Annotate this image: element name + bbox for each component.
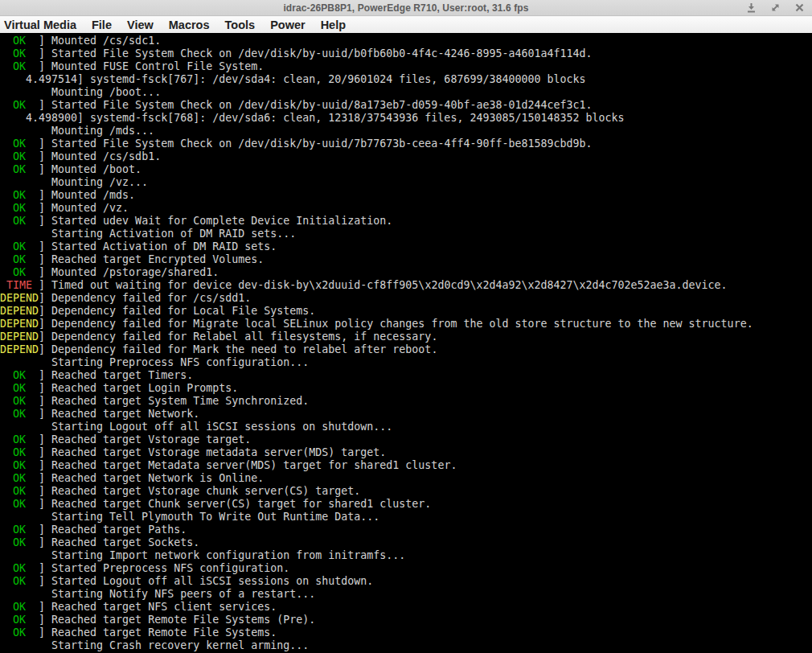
console-line: OK ] Reached target NFS client services.: [0, 601, 812, 614]
status-badge-ok: OK: [13, 459, 26, 471]
status-badge-ok: OK: [13, 485, 26, 497]
menubar: Virtual MediaFileViewMacrosToolsPowerHel…: [0, 16, 812, 33]
status-badge-ok: OK: [13, 626, 26, 639]
console-line: DEPEND] Dependency failed for Relabel al…: [0, 331, 812, 343]
console-line: OK ] Reached target Vstorage metadata se…: [0, 446, 812, 459]
console-line: Starting Preprocess NFS configuration...: [0, 356, 812, 369]
status-badge-depend: DEPEND: [0, 343, 39, 355]
status-badge-ok: OK: [13, 601, 26, 613]
console-line: Mounting /mds...: [0, 125, 812, 138]
resize-icon: [770, 2, 781, 13]
status-badge-ok: OK: [13, 395, 26, 407]
console-line: Starting Import network configuration fr…: [0, 549, 812, 562]
console-line: Starting Crash recovery kernel arming...: [0, 639, 812, 652]
console-line: TIME ] Timed out waiting for device dev-…: [0, 279, 812, 292]
console-line: OK ] Reached target Vstorage chunk serve…: [0, 485, 812, 498]
status-badge-ok: OK: [13, 446, 26, 458]
status-badge-ok: OK: [13, 562, 26, 574]
status-badge-ok: OK: [13, 189, 26, 201]
menu-item-virtual-media[interactable]: Virtual Media: [2, 18, 79, 31]
status-badge-ok: OK: [13, 202, 26, 214]
status-badge-ok: OK: [13, 99, 26, 111]
console-line: OK ] Started File System Check on /dev/d…: [0, 99, 812, 112]
status-badge-ok: OK: [13, 498, 26, 510]
console-line: OK ] Started udev Wait for Complete Devi…: [0, 215, 812, 228]
status-badge-ok: OK: [13, 536, 26, 548]
console-line: OK ] Mounted /cs/sdb1.: [0, 150, 812, 163]
status-badge-depend: DEPEND: [0, 331, 39, 343]
menu-item-macros[interactable]: Macros: [166, 18, 212, 31]
console-line: OK ] Mounted /cs/sdc1.: [0, 35, 812, 47]
window-controls: [746, 2, 812, 14]
console-line: OK ] Reached target Network is Online.: [0, 472, 812, 485]
console-line: OK ] Started File System Check on /dev/d…: [0, 47, 812, 60]
status-badge-ok: OK: [13, 215, 26, 227]
status-badge-ok: OK: [13, 433, 26, 446]
menu-item-view[interactable]: View: [125, 18, 156, 31]
console-line: OK ] Reached target Network.: [0, 408, 812, 421]
console-line: OK ] Started Preprocess NFS configuratio…: [0, 562, 812, 575]
menu-item-help[interactable]: Help: [318, 18, 348, 31]
status-badge-ok: OK: [13, 47, 26, 60]
status-badge-ok: OK: [13, 369, 26, 381]
console-line: OK ] Reached target System Time Synchron…: [0, 395, 812, 408]
status-badge-time: TIME: [6, 279, 32, 291]
close-icon: [795, 3, 804, 12]
console-line: Mounting /vz...: [0, 176, 812, 189]
window-title: idrac-26PB8P1, PowerEdge R710, User:root…: [0, 2, 812, 14]
window-titlebar: idrac-26PB8P1, PowerEdge R710, User:root…: [0, 0, 812, 16]
console-line: OK ] Mounted /vz.: [0, 202, 812, 215]
console-line: 4.497514] systemd-fsck[767]: /dev/sda4: …: [0, 73, 812, 86]
console-line: Starting Logout off all iSCSI sessions o…: [0, 421, 812, 433]
download-icon: [746, 2, 757, 14]
console-line: OK ] Started Activation of DM RAID sets.: [0, 240, 812, 253]
console-line: DEPEND] Dependency failed for /cs/sdd1.: [0, 292, 812, 305]
status-badge-ok: OK: [13, 240, 26, 253]
console-line: OK ] Started File System Check on /dev/d…: [0, 138, 812, 150]
menu-item-tools[interactable]: Tools: [223, 18, 258, 31]
status-badge-ok: OK: [13, 575, 26, 587]
status-badge-ok: OK: [13, 35, 26, 47]
status-badge-depend: DEPEND: [0, 305, 39, 317]
menu-item-power[interactable]: Power: [268, 18, 308, 31]
console-line: OK ] Reached target Remote File Systems.: [0, 626, 812, 639]
status-badge-depend: DEPEND: [0, 318, 39, 330]
menu-item-file[interactable]: File: [89, 18, 114, 31]
download-button[interactable]: [746, 2, 757, 14]
console-line: DEPEND] Dependency failed for Local File…: [0, 305, 812, 318]
console-line: Mounting /boot...: [0, 86, 812, 99]
status-badge-depend: DEPEND: [0, 292, 39, 304]
console-line: OK ] Started Logout off all iSCSI sessio…: [0, 575, 812, 588]
console-line: Starting Notify NFS peers of a restart..…: [0, 588, 812, 601]
console-line: OK ] Reached target Login Prompts.: [0, 382, 812, 395]
status-badge-ok: OK: [13, 266, 26, 278]
status-badge-ok: OK: [13, 382, 26, 394]
console-line: Starting Activation of DM RAID sets...: [0, 228, 812, 240]
status-badge-ok: OK: [13, 524, 26, 536]
console-line: OK ] Reached target Vstorage target.: [0, 433, 812, 446]
console-screen[interactable]: OK ] Mounted /cs/sdc1. OK ] Started File…: [0, 33, 812, 653]
console-line: OK ] Reached target Encrypted Volumes.: [0, 253, 812, 266]
status-badge-ok: OK: [13, 472, 26, 484]
status-badge-ok: OK: [13, 614, 26, 626]
status-badge-ok: OK: [13, 163, 26, 175]
console-line: OK ] Mounted /pstorage/shared1.: [0, 266, 812, 279]
console-line: OK ] Mounted /mds.: [0, 189, 812, 202]
status-badge-ok: OK: [13, 138, 26, 150]
console-line: 4.498900] systemd-fsck[768]: /dev/sda6: …: [0, 112, 812, 125]
status-badge-ok: OK: [13, 60, 26, 72]
console-line: OK ] Reached target Timers.: [0, 369, 812, 382]
console-line: OK ] Mounted FUSE Control File System.: [0, 60, 812, 73]
console-line: DEPEND] Dependency failed for Migrate lo…: [0, 318, 812, 331]
console-line: OK ] Mounted /boot.: [0, 163, 812, 176]
console-line: OK ] Reached target Paths.: [0, 524, 812, 536]
resize-button[interactable]: [770, 2, 781, 14]
console-line: Starting Tell Plymouth To Write Out Runt…: [0, 511, 812, 524]
console-line: OK ] Reached target Remote File Systems …: [0, 614, 812, 626]
status-badge-ok: OK: [13, 253, 26, 265]
close-button[interactable]: [794, 2, 805, 14]
status-badge-ok: OK: [13, 408, 26, 420]
console-line: OK ] Reached target Sockets.: [0, 536, 812, 549]
console-line: OK ] Reached target Chunk server(CS) tar…: [0, 498, 812, 511]
status-badge-ok: OK: [13, 150, 26, 162]
